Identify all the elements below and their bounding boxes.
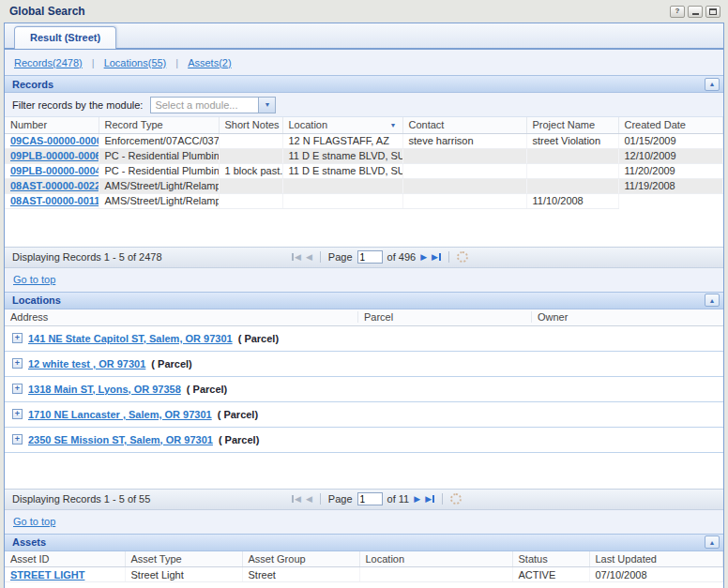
column-menu-icon[interactable]: ▼ <box>390 122 397 128</box>
module-select[interactable]: Select a module... ▼ <box>150 97 276 113</box>
asset-location-cell <box>359 567 512 582</box>
first-page-button[interactable]: ◀ <box>292 494 301 504</box>
parcel-suffix: ( Parcel) <box>219 434 259 445</box>
contact-cell <box>402 178 526 193</box>
col-asset-group[interactable]: Asset Group <box>242 551 359 567</box>
minimize-button[interactable] <box>688 6 703 18</box>
help-button[interactable]: ? <box>670 6 685 18</box>
records-section-title: Records <box>12 79 53 90</box>
locations-section-header: Locations ▲ <box>5 292 723 309</box>
window-controls: ? <box>670 6 720 18</box>
last-page-button[interactable]: ▶ <box>432 252 441 262</box>
go-to-top-link[interactable]: Go to top <box>13 516 55 527</box>
record-number-link[interactable]: 08AST-00000-00226 <box>10 180 99 191</box>
col-parcel[interactable]: Parcel <box>358 311 532 323</box>
locations-pager: Displaying Records 1 - 5 of 55 ◀ ◀ Page … <box>5 489 723 510</box>
col-asset-type[interactable]: Asset Type <box>125 551 242 567</box>
created-date-cell: 11/10/2008 <box>526 193 618 208</box>
col-owner[interactable]: Owner <box>532 311 723 323</box>
location-cell: 12 N FLAGSTAFF, AZ <box>282 133 402 148</box>
address-link[interactable]: 141 NE State Capitol ST, Salem, OR 97301 <box>28 333 233 344</box>
col-location[interactable]: Location▼ <box>282 117 402 133</box>
collapse-arrow-icon: ▲ <box>709 81 716 87</box>
assets-empty-area <box>5 582 723 588</box>
assets-count-link[interactable]: Assets(2) <box>188 57 231 68</box>
col-status[interactable]: Status <box>512 551 589 567</box>
refresh-icon[interactable] <box>457 251 468 263</box>
records-count-link[interactable]: Records(2478) <box>14 57 83 68</box>
address-link[interactable]: 12 white test , OR 97301 <box>28 358 145 369</box>
tab-result-street[interactable]: Result (Street) <box>14 26 116 49</box>
locations-page-input[interactable] <box>357 492 383 505</box>
prev-page-button[interactable]: ◀ <box>306 494 312 504</box>
table-row: 08AST-00000-00226 AMS/Street/Light/Relam… <box>5 178 723 193</box>
asset-group-cell: Street <box>242 567 359 582</box>
locations-gototop-row: Go to top <box>5 510 723 534</box>
collapse-arrow-icon: ▲ <box>709 539 716 546</box>
col-address[interactable]: Address <box>5 311 358 323</box>
record-type-cell: AMS/Street/Light/Relamp <box>99 178 219 193</box>
expand-plus-icon[interactable]: + <box>12 434 23 445</box>
last-page-button[interactable]: ▶ <box>425 494 434 504</box>
link-separator: | <box>92 57 95 68</box>
record-type-cell: PC - Residential Plumbing <box>99 163 219 178</box>
list-item: + 1318 Main ST, Lyons, OR 97358 ( Parcel… <box>5 377 723 402</box>
records-section: Records ▲ Filter records by the module: … <box>5 75 723 292</box>
pager-divider <box>320 251 321 263</box>
go-to-top-link[interactable]: Go to top <box>13 274 55 285</box>
asset-id-link[interactable]: STREET LIGHT <box>10 569 84 580</box>
next-page-button[interactable]: ▶ <box>414 494 420 504</box>
maximize-button[interactable] <box>705 6 720 18</box>
locations-count-link[interactable]: Locations(55) <box>104 57 167 68</box>
short-notes-cell <box>219 133 282 148</box>
location-cell <box>282 193 402 208</box>
expand-plus-icon[interactable]: + <box>12 409 23 419</box>
records-empty-area <box>5 209 723 247</box>
expand-plus-icon[interactable]: + <box>12 333 23 343</box>
record-type-cell: AMS/Street/Light/Relamp <box>99 193 219 208</box>
parcel-suffix: ( Parcel) <box>218 409 258 420</box>
col-short-notes[interactable]: Short Notes <box>219 117 282 133</box>
record-number-link[interactable]: 08AST-00000-00119 <box>10 195 99 206</box>
col-last-updated[interactable]: Last Updated <box>589 551 723 567</box>
short-notes-cell <box>219 193 282 208</box>
col-location[interactable]: Location <box>359 551 512 567</box>
address-link[interactable]: 2350 SE Mission ST, Salem, OR 97301 <box>28 434 213 445</box>
col-record-type[interactable]: Record Type <box>99 117 219 133</box>
col-number[interactable]: Number <box>5 117 99 133</box>
address-link[interactable]: 1318 Main ST, Lyons, OR 97358 <box>28 384 181 395</box>
record-number-link[interactable]: 09PLB-00000-00066 <box>10 150 99 161</box>
record-number-link[interactable]: 09CAS-00000-00004 <box>10 135 99 146</box>
table-row: 09PLB-00000-00066 PC - Residential Plumb… <box>5 148 723 163</box>
prev-page-button[interactable]: ◀ <box>306 252 312 262</box>
locations-collapse-button[interactable]: ▲ <box>705 294 720 307</box>
contact-cell <box>402 193 526 208</box>
refresh-icon[interactable] <box>450 493 462 505</box>
page-label: Page <box>328 251 353 263</box>
module-select-value: Select a module... <box>151 98 258 113</box>
records-page-input[interactable] <box>357 250 383 264</box>
col-project-name[interactable]: Project Name <box>526 117 618 133</box>
record-number-link[interactable]: 09PLB-00000-00045 <box>10 165 99 176</box>
first-page-button[interactable]: ◀ <box>292 252 301 262</box>
summary-links-row: Records(2478) | Locations(55) | Assets(2… <box>5 50 723 75</box>
project-name-cell: street Violation <box>526 133 618 148</box>
next-page-button[interactable]: ▶ <box>420 252 427 262</box>
global-search-panel: Result (Street) Records(2478) | Location… <box>4 23 724 588</box>
col-contact[interactable]: Contact <box>402 117 526 133</box>
pager-divider <box>320 493 321 505</box>
col-asset-id[interactable]: Asset ID <box>5 551 125 567</box>
col-created-date[interactable]: Created Date <box>618 117 723 133</box>
assets-collapse-button[interactable]: ▲ <box>705 535 720 549</box>
address-link[interactable]: 1710 NE Lancaster , Salem, OR 97301 <box>28 409 212 420</box>
expand-plus-icon[interactable]: + <box>12 358 23 369</box>
expand-plus-icon[interactable]: + <box>12 384 23 394</box>
records-pager: Displaying Records 1 - 5 of 2478 ◀ ◀ Pag… <box>5 247 723 268</box>
minimize-icon <box>692 13 699 15</box>
created-date-cell: 11/20/2009 <box>618 163 723 178</box>
record-type-cell: PC - Residential Plumbing <box>99 148 219 163</box>
chevron-down-icon[interactable]: ▼ <box>258 98 275 113</box>
short-notes-cell <box>219 148 282 163</box>
records-collapse-button[interactable]: ▲ <box>705 78 720 91</box>
created-date-cell: 12/10/2009 <box>618 148 723 163</box>
